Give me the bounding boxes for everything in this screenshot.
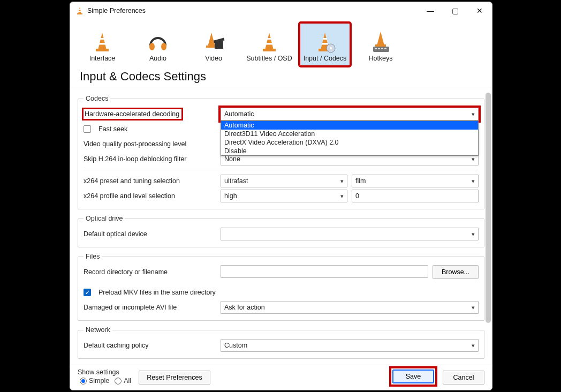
svg-rect-29 <box>381 48 383 49</box>
group-optical: Optical drive Default optical device <box>78 215 484 247</box>
svg-marker-0 <box>78 7 81 14</box>
svg-marker-10 <box>208 33 215 47</box>
damaged-avi-value: Ask for action <box>224 304 265 311</box>
radio-all[interactable] <box>115 378 122 385</box>
tab-video[interactable]: Video <box>188 22 239 66</box>
svg-rect-21 <box>322 43 328 45</box>
close-button[interactable]: ✕ <box>467 2 492 19</box>
group-network-legend: Network <box>84 326 112 334</box>
divider <box>84 170 479 170</box>
x264-preset-value: ultrafast <box>224 177 248 185</box>
svg-rect-3 <box>79 11 81 12</box>
svg-point-9 <box>161 43 166 50</box>
svg-rect-16 <box>267 38 271 40</box>
vq-label: Video quality post-processing level <box>84 140 216 148</box>
radio-simple[interactable] <box>80 378 87 385</box>
cache-policy-label: Default caching policy <box>84 342 216 349</box>
damaged-avi-label: Damaged or incomplete AVI file <box>84 304 216 311</box>
damaged-avi-select[interactable]: Ask for action <box>221 301 479 314</box>
svg-rect-30 <box>384 48 386 49</box>
svg-rect-5 <box>96 49 109 51</box>
window-title: Simple Preferences <box>87 7 146 14</box>
settings-scroll-area: Codecs Hardware-accelerated decoding Aut… <box>70 87 492 365</box>
hw-decoding-value: Automatic <box>224 110 254 118</box>
svg-marker-14 <box>265 33 274 50</box>
group-network: Network Default caching policy Custom <box>78 326 484 359</box>
x264-level-input[interactable]: 0 <box>352 190 479 202</box>
hw-decoding-dropdown: Automatic Direct3D11 Video Acceleration … <box>221 120 479 156</box>
hw-option-automatic[interactable]: Automatic <box>221 121 478 130</box>
cone-keyboard-icon <box>368 30 393 55</box>
show-settings-group: Show settings Simple All <box>78 368 131 385</box>
minimize-button[interactable]: — <box>418 2 443 19</box>
fast-seek-label: Fast seek <box>98 125 127 133</box>
record-dir-input[interactable] <box>221 265 428 278</box>
svg-rect-28 <box>378 48 380 49</box>
skip-h264-value: None <box>224 155 240 163</box>
hw-decoding-label: Hardware-accelerated decoding <box>84 109 181 119</box>
x264-tune-select[interactable]: film <box>352 175 479 187</box>
svg-marker-4 <box>98 33 107 50</box>
radio-simple-label: Simple <box>89 377 109 385</box>
cache-policy-select[interactable]: Custom <box>221 339 479 352</box>
tab-interface[interactable]: Interface <box>77 22 128 66</box>
group-codecs: Codecs Hardware-accelerated decoding Aut… <box>78 95 484 209</box>
cone-disc-icon <box>312 30 338 55</box>
x264-tune-value: film <box>355 177 366 185</box>
svg-rect-15 <box>263 49 276 51</box>
tab-interface-label: Interface <box>89 55 116 62</box>
reset-preferences-button[interactable]: Reset Preferences <box>139 371 210 385</box>
svg-marker-24 <box>377 32 384 46</box>
svg-rect-2 <box>79 9 80 10</box>
fast-seek-checkbox[interactable] <box>84 125 91 133</box>
preferences-window: Simple Preferences — ▢ ✕ Interface Audio… <box>70 2 492 390</box>
tab-input-codecs-label: Input / Codecs <box>304 55 347 62</box>
tab-audio-label: Audio <box>149 55 166 62</box>
optical-device-label: Default optical device <box>84 230 216 238</box>
x264-preset-select[interactable]: ultrafast <box>221 175 347 187</box>
x264-profile-select[interactable]: high <box>221 190 347 202</box>
hw-decoding-select[interactable]: Automatic <box>221 108 479 120</box>
svg-point-8 <box>149 43 155 50</box>
clapper-cone-icon <box>201 30 226 55</box>
record-dir-label: Record directory or filename <box>84 268 216 276</box>
hw-option-d3d11[interactable]: Direct3D11 Video Acceleration <box>221 130 478 138</box>
scrollbar[interactable] <box>486 93 491 323</box>
category-tabs: Interface Audio Video Subtitles / OSD In… <box>70 19 492 67</box>
preload-mkv-label: Preload MKV files in the same directory <box>98 289 216 296</box>
svg-rect-7 <box>99 43 105 45</box>
page-title: Input & Codecs Settings <box>71 67 491 87</box>
cancel-button[interactable]: Cancel <box>443 371 484 385</box>
x264-level-value: 0 <box>355 192 359 200</box>
svg-rect-1 <box>77 13 82 14</box>
svg-rect-6 <box>100 38 104 40</box>
radio-all-label: All <box>124 377 131 385</box>
svg-rect-17 <box>266 43 272 45</box>
save-button[interactable]: Save <box>392 370 434 383</box>
svg-rect-27 <box>375 48 377 49</box>
group-files: Files Record directory or filename Brows… <box>78 253 484 321</box>
group-optical-legend: Optical drive <box>84 215 125 222</box>
optical-device-select[interactable] <box>221 228 479 240</box>
tab-subtitles[interactable]: Subtitles / OSD <box>244 22 295 66</box>
svg-rect-20 <box>323 38 327 40</box>
tab-subtitles-label: Subtitles / OSD <box>246 55 292 62</box>
skip-h264-label: Skip H.264 in-loop deblocking filter <box>84 155 216 163</box>
save-highlight: Save <box>391 368 435 385</box>
hw-option-dxva2[interactable]: DirectX Video Acceleration (DXVA) 2.0 <box>221 138 478 147</box>
tab-video-label: Video <box>205 55 222 62</box>
tab-input-codecs[interactable]: Input / Codecs <box>299 22 351 66</box>
cone-icon <box>256 30 282 55</box>
tab-audio[interactable]: Audio <box>132 22 184 66</box>
maximize-button[interactable]: ▢ <box>443 2 467 19</box>
tab-hotkeys[interactable]: Hotkeys <box>355 22 406 66</box>
svg-rect-25 <box>375 44 386 47</box>
x264-profile-value: high <box>224 192 237 200</box>
preload-mkv-checkbox[interactable]: ✓ <box>84 289 91 296</box>
show-settings-label: Show settings <box>78 368 131 376</box>
svg-point-23 <box>330 47 332 49</box>
hw-option-disable[interactable]: Disable <box>221 147 478 155</box>
titlebar: Simple Preferences — ▢ ✕ <box>70 2 492 19</box>
browse-button[interactable]: Browse... <box>433 265 479 279</box>
x264-profile-label: x264 profile and level selection <box>84 192 216 200</box>
